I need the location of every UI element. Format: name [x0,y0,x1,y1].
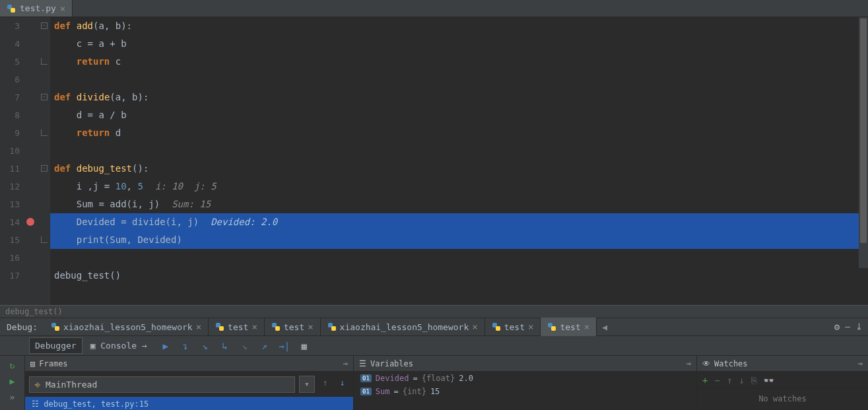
arrow-right-icon: → [142,341,147,351]
python-file-icon [51,322,60,331]
code-line[interactable] [50,249,868,267]
close-icon[interactable]: × [196,322,201,332]
console-tab[interactable]: ▣ Console → [85,338,152,353]
code-line[interactable] [50,142,868,160]
no-watches-label: No watches [697,389,868,403]
stack-hint: debug_test() [0,305,868,318]
glasses-icon[interactable]: 👓 [763,375,774,386]
code-area[interactable]: def add(a, b): c = a + b return cdef div… [50,17,868,305]
copy-icon[interactable]: ⎘ [751,375,756,386]
code-line[interactable]: def debug_test(): [50,160,868,178]
thread-select[interactable]: ⎆ MainThread [29,376,295,393]
frame-down-icon[interactable]: ↓ [336,378,349,391]
pin-icon[interactable]: ⊸ [686,359,691,368]
code-line[interactable]: c = a + b [50,35,868,53]
add-watch-icon[interactable]: + [702,375,708,386]
debugger-toolbar: Debugger ▣ Console → ▶ ↴ ↘ ↳ ↘ ↗ →| ▦ [0,336,868,356]
play-icon[interactable]: ▶ [6,374,19,388]
code-line[interactable]: def divide(a, b): [50,88,868,106]
frames-title: Frames [39,359,67,368]
fold-end-marker [41,236,48,243]
var-badge-icon: 01 [360,374,372,382]
code-line[interactable]: return c [50,53,868,71]
gear-icon[interactable] [834,322,840,332]
debug-run-tab[interactable]: test× [265,318,321,336]
python-file-icon [547,322,556,331]
debug-side-buttons: ↻ ▶ » [0,356,25,410]
code-line[interactable]: def add(a, b): [50,17,868,35]
hide-icon[interactable]: — [845,322,850,332]
fold-gutter[interactable]: −−− [38,17,50,305]
stack-frame-entry[interactable]: ☷ debug_test, test.py:15 [25,397,353,410]
step-into-my-icon[interactable]: ↳ [220,341,230,351]
variable-entry[interactable]: 01Sum = {int} 15 [354,385,696,398]
debug-run-tab[interactable]: xiaozhai_lesson5_homework× [44,318,209,336]
code-line[interactable] [50,71,868,88]
code-editor[interactable]: 34567891011121314151617 −−− def add(a, b… [0,17,868,305]
run-to-cursor-icon[interactable]: →| [279,341,290,351]
debug-run-tab[interactable]: xiaozhai_lesson5_homework× [321,318,485,336]
debug-run-tab[interactable]: test× [541,318,597,336]
watch-down-icon[interactable]: ↓ [739,375,744,386]
vertical-scrollbar[interactable] [859,17,868,268]
watches-title: Watches [714,359,748,368]
scroll-left-icon[interactable]: ◀ [597,322,613,332]
close-icon[interactable]: × [251,322,257,332]
python-file-icon [215,322,224,331]
watches-icon: 👁 [702,359,710,368]
step-out-icon[interactable]: ↗ [259,341,270,351]
more-icon[interactable]: » [6,390,19,403]
close-icon[interactable]: × [60,3,65,14]
breakpoint-gutter[interactable] [24,17,38,305]
editor-tab-bar: test.py × [0,0,868,17]
fold-marker[interactable]: − [41,165,48,172]
console-icon: ▣ [90,341,101,351]
watches-pane: 👁 Watches ⊸ + − ↑ ↓ ⎘ 👓 No watches [697,356,868,410]
debug-run-tab[interactable]: test× [209,318,265,336]
frame-up-icon[interactable]: ↑ [319,378,332,391]
close-icon[interactable]: × [308,322,313,332]
thread-icon: ⎆ [35,380,40,390]
variable-entry[interactable]: 01Devided = {float} 2.0 [354,372,696,385]
debugger-tab[interactable]: Debugger [29,337,83,354]
chevron-down-icon[interactable]: ▾ [299,376,315,393]
tab-title: test.py [20,3,56,13]
code-line[interactable]: Sum = add(i, j)Sum: 15 [50,195,868,213]
close-icon[interactable]: × [584,322,589,332]
code-line[interactable]: print(Sum, Devided) [50,231,868,249]
code-line[interactable]: return d [50,124,868,142]
line-number-gutter: 34567891011121314151617 [0,17,24,305]
step-into-icon[interactable]: ↘ [200,341,211,351]
frame-icon: ☷ [32,399,44,409]
dock-icon[interactable]: ⤓ [855,322,863,332]
force-step-icon[interactable]: ↘ [240,341,250,351]
editor-tab-test[interactable]: test.py × [0,0,73,17]
python-file-icon [7,4,16,13]
fold-marker[interactable]: − [41,22,48,29]
code-line[interactable]: Devided = divide(i, j)Devided: 2.0 [50,213,868,231]
rerun-icon[interactable]: ↻ [6,359,19,372]
python-file-icon [492,322,501,331]
resume-icon[interactable]: ▶ [160,341,171,351]
pin-icon[interactable]: ⊸ [858,359,863,368]
remove-watch-icon[interactable]: − [714,375,719,386]
variables-title: Variables [370,359,413,368]
pin-icon[interactable]: ⊸ [343,359,348,368]
fold-end-marker [41,129,48,136]
frames-icon: ▤ [30,359,35,368]
close-icon[interactable]: × [472,322,477,332]
step-over-icon[interactable]: ↴ [180,341,191,351]
fold-marker[interactable]: − [41,94,48,100]
code-line[interactable]: i ,j = 10, 5i: 10 j: 5 [50,178,868,195]
evaluate-icon[interactable]: ▦ [299,341,310,351]
variables-pane: ☰ Variables ⊸ 01Devided = {float} 2.001S… [354,356,697,410]
close-icon[interactable]: × [528,322,533,332]
code-line[interactable]: d = a / b [50,106,868,124]
code-line[interactable]: debug_test() [50,267,868,285]
python-file-icon [271,322,281,331]
fold-end-marker [41,58,48,65]
watch-up-icon[interactable]: ↑ [727,375,732,386]
debug-label: Debug: [0,322,44,332]
breakpoint-marker[interactable] [26,218,34,226]
debug-run-tab[interactable]: test× [485,318,541,336]
